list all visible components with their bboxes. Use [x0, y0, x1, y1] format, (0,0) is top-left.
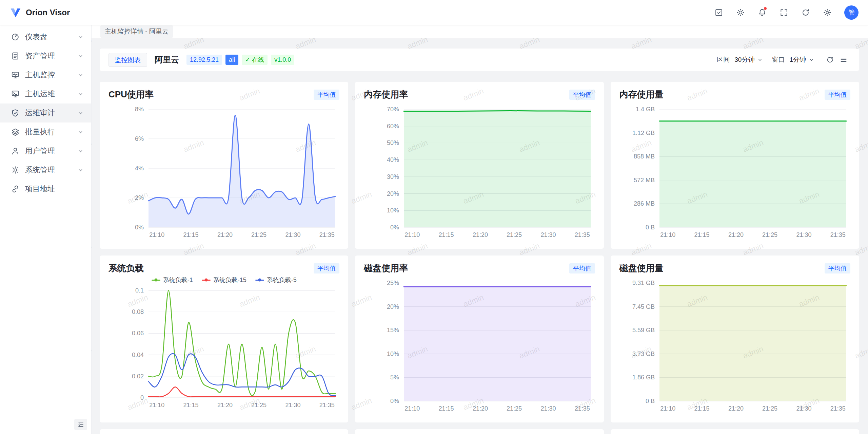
window-select[interactable]: 1分钟	[788, 53, 816, 66]
chart-canvas: 0%10%20%30%40%50%60%70%21:1021:1521:2021…	[364, 104, 595, 240]
refresh-icon[interactable]	[799, 6, 812, 19]
chart-card-partial	[355, 429, 604, 434]
chevron-down-icon	[77, 34, 84, 40]
collapse-sidebar-button[interactable]	[74, 419, 87, 430]
window-value: 1分钟	[789, 55, 806, 64]
svg-text:5%: 5%	[390, 374, 399, 381]
legend-item[interactable]: 系统负载-5	[255, 276, 297, 284]
avg-badge[interactable]: 平均值	[825, 263, 850, 273]
chart-legend: 系统负载-1系统负载-15系统负载-5	[108, 275, 339, 285]
svg-text:2%: 2%	[135, 194, 144, 201]
chevron-down-icon	[77, 110, 84, 116]
system-icon	[11, 166, 20, 174]
app-root: Orion Visor 管	[0, 0, 868, 434]
host-toolbar-right: 区间 30分钟 窗口 1分钟	[717, 53, 850, 67]
chart-title: 系统负载	[108, 262, 144, 274]
svg-text:21:25: 21:25	[762, 405, 777, 412]
sidebar-item-dashboard[interactable]: 仪表盘	[0, 27, 91, 46]
theme-icon[interactable]	[734, 6, 747, 19]
chart-card-4: 磁盘使用率平均值0%5%10%15%20%25%21:1021:1521:202…	[355, 256, 604, 422]
svg-text:7.45 GB: 7.45 GB	[632, 303, 655, 310]
chart-canvas: 0 B1.86 GB3.73 GB5.59 GB7.45 GB9.31 GB21…	[619, 278, 850, 413]
settings-icon[interactable]	[821, 6, 834, 19]
link-icon	[11, 185, 20, 193]
sidebar-item-batch-exec[interactable]: 批量执行	[0, 122, 91, 141]
avg-badge[interactable]: 平均值	[314, 90, 339, 100]
dashboard-icon	[11, 33, 20, 41]
chevron-down-icon	[809, 57, 814, 63]
svg-text:1.12 GB: 1.12 GB	[632, 130, 655, 136]
chart-card-header: 内存使用率平均值	[364, 89, 595, 100]
svg-text:0.1: 0.1	[135, 287, 144, 294]
notification-badge	[764, 7, 767, 10]
svg-text:21:15: 21:15	[694, 231, 709, 238]
chart-card-2: 内存使用量平均值0 B286 MB572 MB858 MB1.12 GB1.4 …	[611, 82, 859, 249]
svg-text:21:15: 21:15	[183, 231, 199, 238]
monitor-chart-button[interactable]: 监控图表	[108, 53, 147, 67]
svg-text:21:30: 21:30	[285, 402, 300, 409]
fullscreen-icon[interactable]	[777, 6, 791, 19]
app-title: Orion Visor	[26, 8, 70, 17]
sidebar-item-label: 运维审计	[25, 108, 77, 118]
sidebar-item-project-link[interactable]: 项目地址	[0, 180, 91, 199]
sidebar-item-label: 主机运维	[25, 89, 77, 99]
avg-badge[interactable]: 平均值	[825, 90, 850, 100]
sidebar-item-system-mgmt[interactable]: 系统管理	[0, 161, 91, 180]
chart-canvas: 0 B286 MB572 MB858 MB1.12 GB1.4 GB21:102…	[619, 104, 850, 240]
breadcrumb: 主机监控详情 - 阿里云	[92, 25, 868, 38]
svg-text:9.31 GB: 9.31 GB	[632, 280, 655, 286]
svg-text:5.59 GB: 5.59 GB	[632, 327, 655, 334]
avg-badge[interactable]: 平均值	[569, 90, 595, 100]
svg-text:6%: 6%	[135, 135, 144, 142]
sidebar-item-assets[interactable]: 资产管理	[0, 46, 91, 65]
refresh-icon[interactable]	[823, 53, 837, 67]
svg-text:21:15: 21:15	[439, 231, 454, 238]
chart-card-1: 内存使用率平均值0%10%20%30%40%50%60%70%21:1021:1…	[355, 82, 604, 249]
chart-title: CPU使用率	[108, 89, 154, 100]
host-toolbar: 监控图表 阿里云 12.92.5.21ali✓ 在线v1.0.0 区间 30分钟…	[100, 49, 859, 71]
chart-canvas: 00.020.040.060.080.121:1021:1521:2021:25…	[108, 285, 339, 410]
avg-badge[interactable]: 平均值	[314, 263, 339, 273]
legend-item[interactable]: 系统负载-1	[152, 276, 193, 284]
svg-text:0: 0	[140, 394, 144, 401]
sidebar-item-ops-audit[interactable]: 运维审计	[0, 103, 91, 122]
chart-plot: 00.020.040.060.080.121:1021:1521:2021:25…	[108, 285, 339, 410]
logo-icon	[9, 6, 22, 19]
svg-text:21:20: 21:20	[473, 231, 488, 238]
breadcrumb-item[interactable]: 主机监控详情 - 阿里云	[100, 25, 173, 38]
todo-icon[interactable]	[712, 6, 726, 19]
svg-text:0.08: 0.08	[132, 308, 144, 315]
svg-text:572 MB: 572 MB	[634, 177, 655, 184]
svg-text:60%: 60%	[387, 123, 399, 130]
svg-text:20%: 20%	[387, 303, 399, 310]
chevron-down-icon	[757, 57, 763, 63]
chart-canvas: 0%2%4%6%8%21:1021:1521:2021:2521:3021:35	[108, 104, 339, 240]
avg-badge[interactable]: 平均值	[569, 263, 595, 273]
svg-text:0 B: 0 B	[646, 398, 655, 404]
host-tag: ali	[225, 55, 238, 65]
interval-select[interactable]: 30分钟	[733, 53, 764, 66]
svg-text:21:35: 21:35	[575, 231, 590, 238]
interval-value: 30分钟	[734, 55, 754, 64]
legend-item[interactable]: 系统负载-15	[202, 276, 246, 284]
svg-text:21:35: 21:35	[830, 405, 845, 412]
sidebar-item-host-monitor[interactable]: 主机监控	[0, 65, 91, 84]
svg-text:4%: 4%	[135, 165, 144, 172]
chart-grid: CPU使用率平均值0%2%4%6%8%21:1021:1521:2021:252…	[100, 82, 859, 434]
chart-title: 内存使用率	[364, 89, 408, 100]
batch-icon	[11, 128, 20, 136]
chevron-down-icon	[77, 167, 84, 173]
chart-card-5: 磁盘使用量平均值0 B1.86 GB3.73 GB5.59 GB7.45 GB9…	[611, 256, 859, 422]
host-tag: v1.0.0	[271, 55, 294, 65]
svg-text:21:35: 21:35	[575, 405, 590, 412]
svg-text:25%: 25%	[387, 280, 399, 286]
sidebar-item-label: 批量执行	[25, 127, 77, 137]
notifications-icon[interactable]	[755, 6, 769, 19]
sidebar-item-user-mgmt[interactable]: 用户管理	[0, 141, 91, 161]
host-tags: 12.92.5.21ali✓ 在线v1.0.0	[186, 55, 294, 65]
sidebar-item-host-ops[interactable]: 主机运维	[0, 84, 91, 103]
user-avatar[interactable]: 管	[844, 5, 859, 20]
list-icon[interactable]	[837, 53, 850, 67]
svg-text:70%: 70%	[387, 106, 399, 113]
ops-icon	[11, 90, 20, 98]
